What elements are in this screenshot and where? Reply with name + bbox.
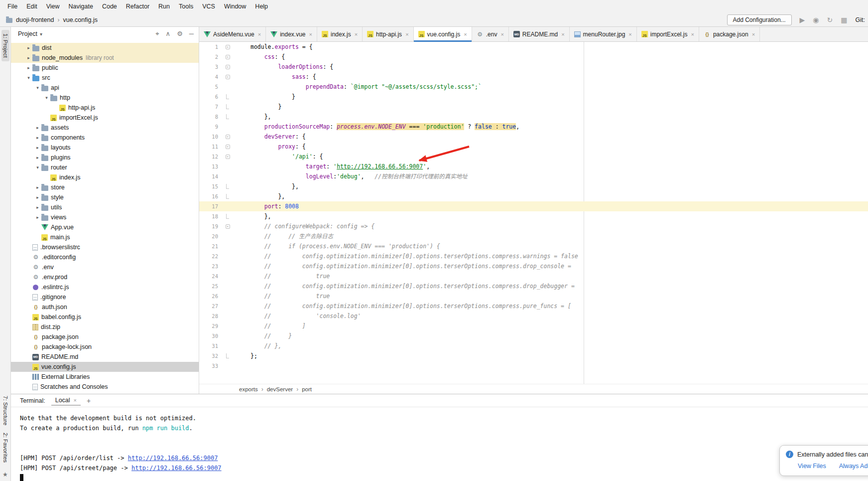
tab-package-json[interactable]: {}package.json× [699, 27, 760, 41]
tab-close-icon[interactable]: × [500, 31, 503, 37]
tree-item-importexcel-js[interactable]: JSimportExcel.js [11, 113, 199, 123]
menu-navigate[interactable]: Navigate [64, 3, 98, 10]
menu-file[interactable]: File [3, 3, 22, 10]
chevron-right-icon[interactable]: ▸ [25, 55, 32, 60]
tree-item-readme-md[interactable]: MDREADME.md [11, 352, 199, 362]
favorites-star-icon[interactable]: ★ [2, 471, 8, 478]
fold-marker[interactable]: - [221, 221, 234, 231]
terminal-tab-local[interactable]: Local × [51, 396, 81, 406]
tree-item-package-lock-json[interactable]: {}package-lock.json [11, 342, 199, 352]
tab-close-icon[interactable]: × [464, 31, 467, 37]
sync-icon[interactable]: ↻ [827, 16, 833, 23]
tree-item-views[interactable]: ▸views [11, 212, 199, 222]
tree-item-dist-zip[interactable]: dist.zip [11, 322, 199, 332]
tab-http-api-js[interactable]: JShttp-api.js× [363, 27, 413, 41]
tree-item-plugins[interactable]: ▸plugins [11, 153, 199, 162]
tree-item-src[interactable]: ▾src [11, 73, 199, 83]
chevron-down-icon[interactable]: ▾ [25, 75, 32, 80]
view-files-link[interactable]: View Files [798, 463, 826, 470]
menu-vcs[interactable]: VCS [198, 3, 220, 10]
terminal-link[interactable]: http://192.168.66.56:9007 [131, 465, 222, 472]
fold-marker[interactable] [221, 112, 234, 122]
settings-icon[interactable]: ⚙ [177, 30, 183, 38]
project-tree[interactable]: ▸dist▸node_moduleslibrary root▸public▾sr… [11, 41, 199, 392]
git-widget[interactable]: Git: [856, 16, 865, 23]
hide-panel-icon[interactable]: ─ [189, 30, 194, 38]
tab-close-icon[interactable]: × [355, 31, 358, 37]
tool-button-2-favorites[interactable]: 2: Favorites [1, 429, 9, 466]
chevron-right-icon[interactable]: ▸ [34, 135, 41, 140]
chevron-right-icon[interactable]: ▸ [34, 215, 41, 220]
tab-index-js[interactable]: JSindex.js× [317, 27, 363, 41]
fold-marker[interactable]: - [221, 132, 234, 142]
tree-item-store[interactable]: ▸store [11, 182, 199, 192]
tab-asidemenu-vue[interactable]: AsideMenu.vue× [199, 27, 266, 41]
terminal-output[interactable]: Note that the development build is not o… [11, 407, 868, 481]
chevron-down-icon[interactable]: ▾ [43, 95, 50, 100]
terminal-link[interactable]: http://192.168.66.56:9007 [128, 455, 218, 462]
locate-icon[interactable]: ⌖ [155, 30, 159, 38]
breadcrumb-exports[interactable]: exports [239, 386, 258, 392]
tab-importexcel-js[interactable]: JSimportExcel.js× [637, 27, 699, 41]
tree-item-api[interactable]: ▾api [11, 83, 199, 93]
tree-item-utils[interactable]: ▸utils [11, 202, 199, 212]
debug-icon[interactable]: ◉ [813, 16, 819, 23]
tab-vue-config-js[interactable]: JSvue.config.js× [414, 27, 472, 41]
tree-item-editorconfig[interactable]: .editorconfig [11, 252, 199, 262]
new-terminal-button[interactable]: + [87, 397, 91, 405]
chevron-down-icon[interactable]: ▾ [34, 165, 41, 170]
tree-item-public[interactable]: ▸public [11, 63, 199, 73]
chevron-right-icon[interactable]: ▸ [34, 125, 41, 130]
fold-marker[interactable]: - [221, 52, 234, 62]
tree-item-vue-config-js[interactable]: JSvue.config.js [11, 362, 199, 372]
tree-item-env[interactable]: .env [11, 262, 199, 272]
tree-item-app-vue[interactable]: App.vue [11, 222, 199, 232]
menu-view[interactable]: View [42, 3, 64, 10]
close-icon[interactable]: × [74, 397, 77, 403]
tree-item-eslintrc-js[interactable]: .eslintrc.js [11, 282, 199, 292]
tab-close-icon[interactable]: × [258, 31, 261, 37]
tree-item-main-js[interactable]: JSmain.js [11, 232, 199, 242]
menu-run[interactable]: Run [154, 3, 174, 10]
tree-item-dist[interactable]: ▸dist [11, 43, 199, 53]
fold-marker[interactable] [221, 92, 234, 102]
tree-item-index-js[interactable]: JSindex.js [11, 172, 199, 182]
tree-item-package-json[interactable]: {}package.json [11, 332, 199, 342]
tab-index-vue[interactable]: index.vue× [266, 27, 317, 41]
tab-readme-md[interactable]: MDREADME.md× [509, 27, 570, 41]
tab-env[interactable]: .env× [472, 27, 509, 41]
tree-item-http[interactable]: ▾http [11, 93, 199, 103]
tree-item-layouts[interactable]: ▸layouts [11, 143, 199, 153]
chevron-right-icon[interactable]: ▸ [34, 185, 41, 190]
tree-item-external-libraries[interactable]: External Libraries [11, 372, 199, 382]
chevron-right-icon[interactable]: ▸ [34, 155, 41, 160]
breadcrumb-file[interactable]: vue.config.js [63, 16, 97, 23]
tab-close-icon[interactable]: × [628, 31, 631, 37]
menu-edit[interactable]: Edit [22, 3, 42, 10]
menu-code[interactable]: Code [98, 3, 122, 10]
tab-close-icon[interactable]: × [691, 31, 694, 37]
code-link[interactable]: http://192.168.66.56:9007 [337, 163, 423, 170]
fold-marker[interactable]: - [221, 62, 234, 72]
menu-tools[interactable]: Tools [174, 3, 198, 10]
menu-window[interactable]: Window [220, 3, 250, 10]
code-editor[interactable]: 1-module.exports = {2- css: {3- loaderOp… [199, 42, 868, 384]
chevron-right-icon[interactable]: ▸ [25, 45, 32, 50]
tool-button-1-project[interactable]: 1: Project [1, 30, 9, 61]
tree-item-style[interactable]: ▸style [11, 192, 199, 202]
menu-refactor[interactable]: Refactor [122, 3, 154, 10]
breadcrumb-devserver[interactable]: devServer [267, 386, 293, 392]
tab-menurouter-jpg[interactable]: menuRouter.jpg× [570, 27, 637, 41]
stop-icon[interactable]: ▦ [841, 16, 847, 23]
tree-item-gitignore[interactable]: .gitignore [11, 292, 199, 302]
chevron-right-icon[interactable]: ▸ [34, 205, 41, 210]
project-panel-title[interactable]: Project [18, 30, 37, 37]
menu-help[interactable]: Help [250, 3, 272, 10]
collapse-all-icon[interactable]: ∧ [166, 30, 171, 38]
fold-marker[interactable] [221, 211, 234, 221]
tab-close-icon[interactable]: × [405, 31, 408, 37]
chevron-down-icon[interactable]: ▾ [40, 31, 42, 37]
tree-item-browserslistrc[interactable]: .browserslistrc [11, 242, 199, 252]
add-configuration-button[interactable]: Add Configuration... [727, 14, 792, 25]
tool-button-7-structure[interactable]: 7: Structure [1, 392, 9, 429]
